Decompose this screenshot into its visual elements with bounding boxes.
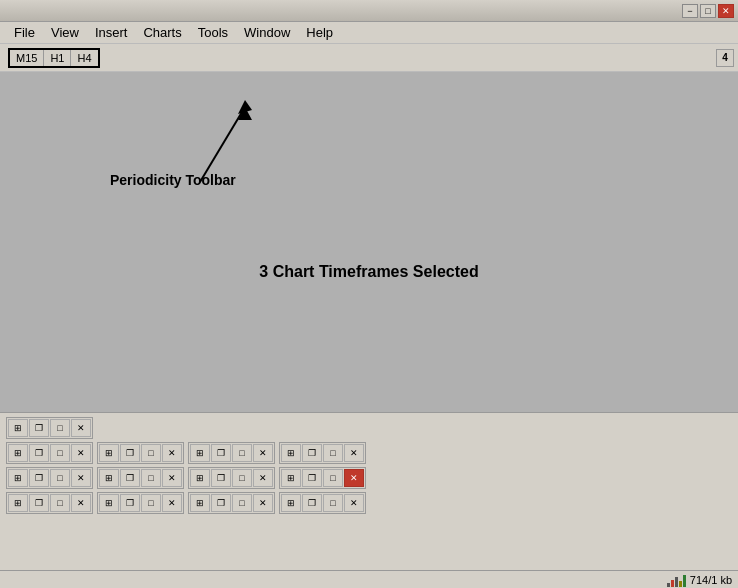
tab-btn[interactable]: ❐ bbox=[29, 469, 49, 487]
tab-group-3-3: ⊞ ❐ □ ✕ bbox=[188, 467, 275, 489]
tab-group-3-2: ⊞ ❐ □ ✕ bbox=[97, 467, 184, 489]
period-m15[interactable]: M15 bbox=[10, 50, 44, 66]
tab-row-2: ⊞ ❐ □ ✕ ⊞ ❐ □ ✕ ⊞ ❐ □ ✕ ⊞ ❐ □ ✕ bbox=[6, 442, 732, 464]
tab-btn[interactable]: ⊞ bbox=[8, 494, 28, 512]
tab-btn[interactable]: ❐ bbox=[120, 494, 140, 512]
tab-btn[interactable]: ❐ bbox=[120, 469, 140, 487]
tab-btn[interactable]: □ bbox=[141, 444, 161, 462]
tab-btn[interactable]: ⊞ bbox=[8, 444, 28, 462]
tab-close-btn-active[interactable]: ✕ bbox=[344, 469, 364, 487]
tab-group-4-2: ⊞ ❐ □ ✕ bbox=[97, 492, 184, 514]
menu-charts[interactable]: Charts bbox=[135, 23, 189, 42]
tab-btn[interactable]: ❐ bbox=[120, 444, 140, 462]
period-h1[interactable]: H1 bbox=[44, 50, 71, 66]
tab-btn[interactable]: ❐ bbox=[29, 444, 49, 462]
annotation-container: Periodicity Toolbar bbox=[80, 92, 300, 215]
info-text: 3 Chart Timeframes Selected bbox=[259, 263, 478, 281]
tab-btn[interactable]: ⊞ bbox=[99, 494, 119, 512]
bar-chart-icon bbox=[667, 573, 686, 587]
svg-marker-2 bbox=[238, 100, 252, 114]
tab-close-btn[interactable]: ✕ bbox=[253, 469, 273, 487]
menu-window[interactable]: Window bbox=[236, 23, 298, 42]
tab-close-btn[interactable]: ✕ bbox=[71, 419, 91, 437]
tab-btn[interactable]: ❐ bbox=[302, 494, 322, 512]
tab-close-btn[interactable]: ✕ bbox=[344, 494, 364, 512]
svg-line-0 bbox=[200, 107, 245, 182]
tab-btn[interactable]: ⊞ bbox=[99, 444, 119, 462]
toolbar-badge: 4 bbox=[716, 49, 734, 67]
annotation-arrow-svg bbox=[80, 92, 300, 212]
tab-btn[interactable]: ❐ bbox=[29, 419, 49, 437]
tab-close-btn[interactable]: ✕ bbox=[71, 494, 91, 512]
tab-btn[interactable]: □ bbox=[141, 494, 161, 512]
tab-group-4-3: ⊞ ❐ □ ✕ bbox=[188, 492, 275, 514]
tab-btn[interactable]: ❐ bbox=[211, 494, 231, 512]
minimize-button[interactable]: − bbox=[682, 4, 698, 18]
tab-group-4-4: ⊞ ❐ □ ✕ bbox=[279, 492, 366, 514]
tab-btn[interactable]: ⊞ bbox=[281, 469, 301, 487]
tab-close-btn[interactable]: ✕ bbox=[71, 469, 91, 487]
tab-btn[interactable]: ⊞ bbox=[190, 444, 210, 462]
tab-group-4-1: ⊞ ❐ □ ✕ bbox=[6, 492, 93, 514]
tab-btn[interactable]: ⊞ bbox=[8, 469, 28, 487]
tab-close-btn[interactable]: ✕ bbox=[253, 494, 273, 512]
tab-group-3-4: ⊞ ❐ □ ✕ bbox=[279, 467, 366, 489]
menu-help[interactable]: Help bbox=[298, 23, 341, 42]
tab-btn[interactable]: □ bbox=[323, 469, 343, 487]
tab-btn[interactable]: □ bbox=[50, 469, 70, 487]
tab-btn[interactable]: ⊞ bbox=[281, 444, 301, 462]
status-bar: 714/1 kb bbox=[0, 570, 738, 588]
tab-btn[interactable]: ⊞ bbox=[281, 494, 301, 512]
tab-btn[interactable]: □ bbox=[232, 469, 252, 487]
tab-btn[interactable]: ⊞ bbox=[190, 469, 210, 487]
tab-row-3: ⊞ ❐ □ ✕ ⊞ ❐ □ ✕ ⊞ ❐ □ ✕ ⊞ ❐ □ ✕ bbox=[6, 467, 732, 489]
periodicity-toolbar: M15 H1 H4 bbox=[8, 48, 100, 68]
tab-btn[interactable]: ⊞ bbox=[99, 469, 119, 487]
tab-btn[interactable]: □ bbox=[50, 444, 70, 462]
tab-group-3-1: ⊞ ❐ □ ✕ bbox=[6, 467, 93, 489]
tab-row-1: ⊞ ❐ □ ✕ bbox=[6, 417, 732, 439]
tab-group-2-1: ⊞ ❐ □ ✕ bbox=[6, 442, 93, 464]
tab-btn[interactable]: ❐ bbox=[211, 444, 231, 462]
tab-btn[interactable]: □ bbox=[323, 494, 343, 512]
tab-btn[interactable]: ⊞ bbox=[190, 494, 210, 512]
tab-group-2-3: ⊞ ❐ □ ✕ bbox=[188, 442, 275, 464]
tab-btn[interactable]: ⊞ bbox=[8, 419, 28, 437]
period-h4[interactable]: H4 bbox=[71, 50, 97, 66]
tab-btn[interactable]: ❐ bbox=[302, 469, 322, 487]
tab-close-btn[interactable]: ✕ bbox=[162, 444, 182, 462]
tab-close-btn[interactable]: ✕ bbox=[162, 469, 182, 487]
title-bar-buttons: − □ ✕ bbox=[682, 4, 734, 18]
menu-insert[interactable]: Insert bbox=[87, 23, 136, 42]
annotation-label: Periodicity Toolbar bbox=[110, 172, 236, 188]
menu-tools[interactable]: Tools bbox=[190, 23, 236, 42]
status-indicator: 714/1 kb bbox=[667, 573, 732, 587]
tab-group-2-2: ⊞ ❐ □ ✕ bbox=[97, 442, 184, 464]
tab-close-btn[interactable]: ✕ bbox=[344, 444, 364, 462]
tab-btn[interactable]: □ bbox=[141, 469, 161, 487]
toolbar: M15 H1 H4 4 bbox=[0, 44, 738, 72]
tab-group-2-4: ⊞ ❐ □ ✕ bbox=[279, 442, 366, 464]
tab-btn[interactable]: □ bbox=[50, 494, 70, 512]
bottom-panel: ⊞ ❐ □ ✕ ⊞ ❐ □ ✕ ⊞ ❐ □ ✕ ⊞ ❐ □ ✕ ⊞ ❐ □ bbox=[0, 412, 738, 588]
menu-file[interactable]: File bbox=[6, 23, 43, 42]
tab-btn[interactable]: □ bbox=[232, 444, 252, 462]
tab-btn[interactable]: □ bbox=[50, 419, 70, 437]
tab-btn[interactable]: ❐ bbox=[29, 494, 49, 512]
close-button[interactable]: ✕ bbox=[718, 4, 734, 18]
tab-close-btn[interactable]: ✕ bbox=[162, 494, 182, 512]
tab-btn[interactable]: ❐ bbox=[302, 444, 322, 462]
tab-group-1-1: ⊞ ❐ □ ✕ bbox=[6, 417, 93, 439]
tab-row-4: ⊞ ❐ □ ✕ ⊞ ❐ □ ✕ ⊞ ❐ □ ✕ ⊞ ❐ □ ✕ bbox=[6, 492, 732, 514]
menu-view[interactable]: View bbox=[43, 23, 87, 42]
tab-btn[interactable]: ❐ bbox=[211, 469, 231, 487]
tab-close-btn[interactable]: ✕ bbox=[253, 444, 273, 462]
main-content: Periodicity Toolbar 3 Chart Timeframes S… bbox=[0, 72, 738, 412]
title-bar: − □ ✕ bbox=[0, 0, 738, 22]
status-text: 714/1 kb bbox=[690, 574, 732, 586]
maximize-button[interactable]: □ bbox=[700, 4, 716, 18]
tab-close-btn[interactable]: ✕ bbox=[71, 444, 91, 462]
tab-btn[interactable]: □ bbox=[232, 494, 252, 512]
menu-bar: File View Insert Charts Tools Window Hel… bbox=[0, 22, 738, 44]
tab-btn[interactable]: □ bbox=[323, 444, 343, 462]
